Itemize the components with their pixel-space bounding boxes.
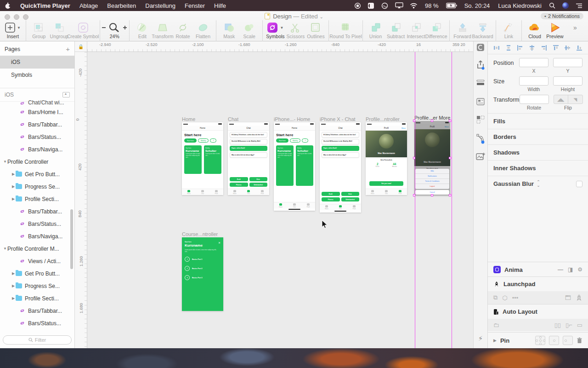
artboard-title[interactable]: Course...ntroller xyxy=(182,231,218,237)
menu-item-fenster[interactable]: Fenster xyxy=(180,0,209,11)
toolbar-button-round-to-pixel[interactable]: Round To Pixel xyxy=(334,22,357,39)
layer-row-8[interactable]: ▶Profile Secti... xyxy=(0,193,74,205)
phone-tab-chat[interactable]: Chat xyxy=(379,189,393,195)
notification-list-icon[interactable] xyxy=(574,0,584,11)
phone-tab-home[interactable]: Home xyxy=(320,204,334,210)
phone-tab-profil[interactable]: Profil xyxy=(393,189,407,195)
trash-icon[interactable] xyxy=(577,337,582,344)
toolbar-button-transform[interactable]: Transform xyxy=(155,22,170,39)
flip-vertical-icon[interactable]: ◥ xyxy=(568,95,582,104)
toolbar-button-scale[interactable]: Scale xyxy=(242,22,257,39)
course-item[interactable]: 3Basics Part 3 xyxy=(185,275,220,280)
course-card[interactable]: MobilitySchulterLorem ipsum dolor sit am… xyxy=(204,145,221,174)
battery-icon[interactable] xyxy=(444,0,459,11)
toolbar-button-insert[interactable]: ▼Insert xyxy=(5,22,21,39)
reply-button[interactable]: Kraft xyxy=(230,177,248,181)
artboard-title[interactable]: iPhone X - Chat xyxy=(320,116,356,122)
phone-tab-profil[interactable]: Profil xyxy=(209,189,223,195)
phone-tab-profil[interactable]: Profil xyxy=(255,189,269,195)
toolbar-button-link[interactable]: Link xyxy=(501,22,516,39)
lightning-icon[interactable]: ⚡ xyxy=(473,334,488,343)
align-top-icon[interactable] xyxy=(553,45,559,51)
pin-left-icon[interactable] xyxy=(563,336,573,345)
apple-menu-icon[interactable] xyxy=(0,0,16,11)
autolayout-section-header[interactable]: Auto Layout xyxy=(488,304,588,319)
course-card[interactable]: MobilitySchulterLorem ipsum dolor sit am… xyxy=(296,145,313,186)
position-x-field[interactable] xyxy=(519,58,548,67)
pin-section[interactable]: ▶ Pin xyxy=(488,332,588,348)
anima-section-header[interactable]: Anima —◨⚙ xyxy=(488,262,588,277)
pin-all-icon[interactable] xyxy=(535,336,545,345)
align-center-h-icon[interactable] xyxy=(529,45,535,51)
sheet-item[interactable]: Terms & Conditions xyxy=(415,179,449,184)
phone-tab-chat[interactable]: Chat xyxy=(242,189,255,195)
menu-clock[interactable]: So. 20:24 xyxy=(462,2,493,9)
toolbar-button-mask[interactable]: Mask xyxy=(221,22,237,39)
image-add-icon[interactable] xyxy=(474,152,487,161)
layer-row-1[interactable]: Bars/Home I... xyxy=(0,106,74,118)
toolbar-button-symbols[interactable]: ▼Symbols xyxy=(267,22,283,39)
selection-handle[interactable] xyxy=(449,194,451,196)
disclosure-triangle-icon[interactable]: ▶ xyxy=(11,197,16,201)
phone-portrait-icon[interactable]: ▯⌐ xyxy=(565,322,572,328)
phone-tab-profil[interactable]: Profil xyxy=(347,204,361,210)
launchpad-section-header[interactable]: Launchpad xyxy=(488,276,588,291)
rotate-field[interactable] xyxy=(520,95,549,104)
wifi-icon[interactable] xyxy=(408,0,419,11)
browser-icon[interactable]: 🗔 xyxy=(565,294,571,301)
toolbar-button-flatten[interactable]: Flatten xyxy=(195,22,211,39)
chip-0[interactable]: Start here xyxy=(184,138,197,143)
chip-0[interactable]: Start here xyxy=(276,138,288,143)
disclosure-triangle-icon[interactable]: ▼ xyxy=(3,160,7,164)
toolbar-button-rotate[interactable]: Rotate xyxy=(175,22,191,39)
chip-2[interactable]: ? xyxy=(302,138,308,143)
layer-row-5[interactable]: ▼Profile Controller xyxy=(0,155,74,168)
toolbar-overflow-button[interactable]: » xyxy=(567,22,583,33)
artboard-chat[interactable]: ChatHi Udemy Teilnehmer, schön dass du h… xyxy=(228,122,269,195)
align-right-icon[interactable] xyxy=(541,45,547,51)
panel-toggle-icon[interactable]: ◨ xyxy=(568,266,573,273)
layer-row-7[interactable]: ▶Progress Se... xyxy=(0,180,74,193)
close-icon[interactable]: ✕ xyxy=(218,241,220,244)
gear-icon[interactable]: ⚙ xyxy=(577,266,582,273)
flow-icon[interactable]: ⧉ xyxy=(493,294,498,301)
toolbar-button-zoom[interactable]: 24% xyxy=(105,22,124,39)
toolbar-button-forward[interactable]: Forward xyxy=(455,22,470,39)
layer-row-15[interactable]: ▶Progress Se... xyxy=(0,280,74,292)
filter-input[interactable]: Filter xyxy=(3,335,72,345)
layer-row-10[interactable]: Bars/Status... xyxy=(0,218,74,230)
menu-item-bearbeiten[interactable]: Bearbeiten xyxy=(102,0,141,11)
distribute-vertical-icon[interactable] xyxy=(505,45,512,51)
distribute-horizontal-icon[interactable] xyxy=(493,45,500,51)
phone-tab-chat[interactable]: Chat xyxy=(334,204,347,210)
phone-tab-chat[interactable]: Chat xyxy=(288,202,301,208)
reply-button[interactable]: Dehnbarkeit xyxy=(341,197,360,201)
layer-row-12[interactable]: ▼Profile Controller M... xyxy=(0,242,74,255)
artboard-iphone-home[interactable]: HomeStart hereStart hereMobility?Start h… xyxy=(274,122,315,211)
layer-row-9[interactable]: Bars/Tabbar... xyxy=(0,205,74,218)
artboard-title[interactable]: Home xyxy=(182,116,195,122)
selection-handle[interactable] xyxy=(431,194,433,196)
layer-row-16[interactable]: ▶Profile Secti... xyxy=(0,292,74,305)
reply-button[interactable]: Knie xyxy=(341,192,360,196)
sheet-item[interactable]: Hilfe xyxy=(415,169,449,174)
phone-tab-home[interactable]: Home xyxy=(274,202,288,208)
sketch-cloud-icon[interactable] xyxy=(474,43,487,52)
layer-row-2[interactable]: Bars/Tabbar... xyxy=(0,118,74,131)
style-row-borders[interactable]: Borders xyxy=(488,129,588,144)
artboard-profile-controller-more[interactable]: ProfilMoreMax MustermannDein Fortschritt… xyxy=(414,121,450,196)
position-y-field[interactable] xyxy=(553,58,582,67)
toolbar-button-subtract[interactable]: Subtract xyxy=(388,22,404,39)
menu-user[interactable]: Luca Kiedrowski xyxy=(495,2,544,9)
more-icon[interactable]: ••• xyxy=(512,294,519,301)
align-middle-v-icon[interactable] xyxy=(564,45,571,51)
airplay-icon[interactable] xyxy=(393,0,405,11)
course-item[interactable]: 1Basics Part 1 xyxy=(185,257,220,262)
layer-styles-icon[interactable] xyxy=(474,79,487,86)
ruler-lock-icon[interactable]: 🔒 xyxy=(75,41,87,52)
reply-button[interactable]: Fitness xyxy=(322,197,340,201)
menu-item-quicktime-player[interactable]: QuickTime Player xyxy=(16,0,75,11)
phone-tab-chat[interactable]: Chat xyxy=(196,189,209,195)
launch-rocket-icon[interactable] xyxy=(576,294,582,301)
export-icon[interactable] xyxy=(474,60,487,70)
